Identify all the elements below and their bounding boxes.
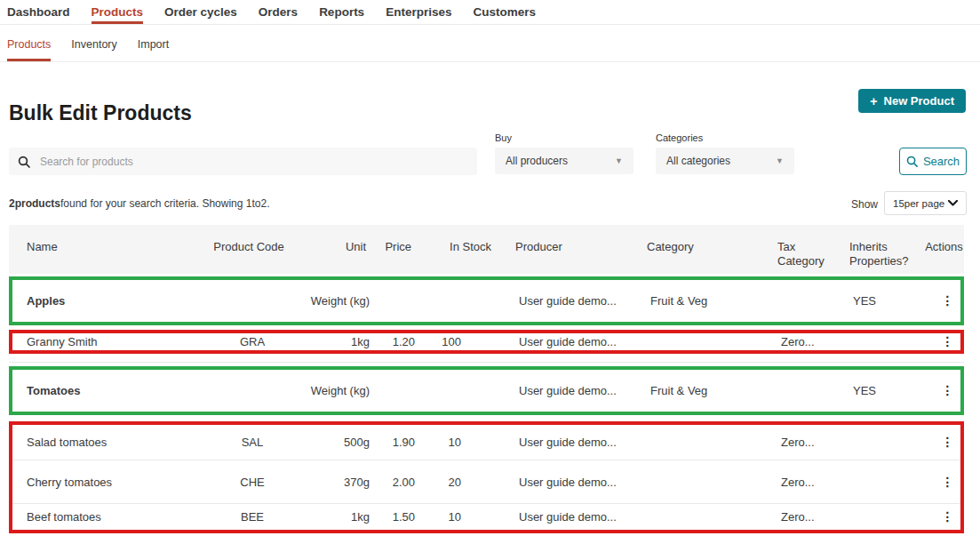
cell-name: Apples [12, 294, 217, 308]
nav-item-dashboard[interactable]: Dashboard [7, 0, 70, 24]
header-category: Category [640, 225, 769, 274]
search-input[interactable] [38, 155, 468, 169]
cell-producer: User guide demo... [501, 335, 643, 348]
cell-name: Beef tomatoes [12, 510, 217, 524]
cell-product-code: GRA [217, 335, 288, 348]
table-header-row: Name Product Code Unit Price In Stock Pr… [9, 225, 964, 274]
cell-price: 1.90 [377, 436, 439, 449]
header-price: Price [373, 225, 435, 274]
results-text: found for your search criteria. Showing … [60, 197, 269, 210]
kebab-menu-icon[interactable]: ⋮ [942, 293, 954, 308]
cell-producer: User guide demo... [501, 476, 643, 489]
cell-in-stock: 10 [439, 510, 501, 524]
producer-filter-value: All producers [506, 155, 568, 167]
cell-category: Fruit & Veg [643, 384, 772, 397]
highlight-box-red-granny-smith: Granny Smith GRA 1kg 1.20 100 User guide… [9, 330, 964, 354]
search-button[interactable]: Search [899, 148, 967, 175]
buy-filter-label: Buy [495, 132, 633, 143]
header-actions: Actions [924, 225, 964, 274]
subnav-item-inventory[interactable]: Inventory [71, 25, 116, 61]
cell-tax-category: Zero... [772, 476, 848, 489]
cell-inherits: YES [848, 294, 928, 308]
highlight-box-green-tomatoes: Tomatoes Weight (kg) User guide demo... … [9, 366, 964, 415]
cell-unit: 370g [288, 476, 377, 489]
cell-price: 2.00 [377, 476, 439, 489]
caret-down-icon: ▼ [776, 156, 784, 165]
cell-name: Cherry tomatoes [12, 476, 217, 489]
products-subnav: Products Inventory Import [0, 25, 980, 62]
producer-filter-select[interactable]: All producers ▼ [495, 148, 633, 174]
search-icon [906, 156, 918, 167]
category-filter-value: All categories [666, 155, 730, 167]
cell-tax-category: Zero... [772, 436, 848, 449]
cell-name: Tomatoes [12, 384, 217, 397]
category-filter-select[interactable]: All categories ▼ [656, 148, 794, 174]
header-inherits-properties: Inherits Properties? [844, 225, 924, 274]
cell-inherits: YES [848, 384, 928, 397]
cell-producer: User guide demo... [501, 384, 643, 397]
plus-icon: + [870, 94, 877, 108]
search-icon [18, 156, 30, 168]
table-row-variant-cherry-tomatoes[interactable]: Cherry tomatoes CHE 370g 2.00 20 User gu… [12, 460, 960, 503]
highlight-box-red-tomato-variants: Salad tomatoes SAL 500g 1.90 10 User gui… [9, 421, 964, 533]
categories-filter-label: Categories [656, 132, 794, 143]
main-nav: Dashboard Products Order cycles Orders R… [0, 0, 980, 25]
table-row-variant-salad-tomatoes[interactable]: Salad tomatoes SAL 500g 1.90 10 User gui… [12, 425, 960, 460]
cell-price: 1.50 [377, 510, 439, 524]
per-page-value: 15per page [893, 198, 944, 209]
products-table: Name Product Code Unit Price In Stock Pr… [9, 225, 964, 533]
highlight-box-green-apples: Apples Weight (kg) User guide demo... Fr… [9, 276, 964, 325]
cell-product-code: BEE [217, 510, 288, 524]
cell-tax-category: Zero... [772, 510, 848, 524]
subnav-item-products[interactable]: Products [7, 25, 51, 61]
results-count: 2products [9, 197, 60, 210]
new-product-label: New Product [884, 94, 954, 108]
search-button-label: Search [923, 155, 960, 168]
cell-in-stock: 10 [439, 436, 501, 449]
cell-unit: Weight (kg) [288, 294, 377, 308]
nav-item-reports[interactable]: Reports [319, 0, 364, 24]
row-divider [9, 362, 964, 363]
nav-item-orders[interactable]: Orders [259, 0, 298, 24]
cell-price: 1.20 [377, 335, 439, 348]
kebab-menu-icon[interactable]: ⋮ [942, 383, 954, 397]
table-row-variant-granny-smith[interactable]: Granny Smith GRA 1kg 1.20 100 User guide… [12, 333, 960, 350]
product-search-box[interactable] [9, 148, 477, 175]
cell-producer: User guide demo... [501, 294, 643, 308]
chevron-down-icon [948, 200, 958, 206]
cell-product-code: CHE [217, 476, 288, 489]
cell-unit: 1kg [288, 510, 377, 524]
cell-in-stock: 100 [439, 335, 501, 348]
cell-producer: User guide demo... [501, 436, 643, 449]
cell-producer: User guide demo... [501, 510, 643, 524]
header-tax-category: Tax Category [769, 225, 844, 274]
table-row-product-tomatoes[interactable]: Tomatoes Weight (kg) User guide demo... … [12, 370, 960, 412]
nav-item-enterprises[interactable]: Enterprises [386, 0, 451, 24]
nav-item-order-cycles[interactable]: Order cycles [164, 0, 237, 24]
table-row-product-apples[interactable]: Apples Weight (kg) User guide demo... Fr… [12, 280, 960, 322]
kebab-menu-icon[interactable]: ⋮ [942, 334, 954, 348]
nav-item-products[interactable]: Products [92, 0, 144, 24]
kebab-menu-icon[interactable]: ⋮ [942, 509, 954, 524]
cell-category: Fruit & Veg [643, 294, 772, 308]
results-summary: 2productsfound for your search criteria.… [9, 197, 269, 210]
kebab-menu-icon[interactable]: ⋮ [942, 435, 954, 449]
cell-in-stock: 20 [439, 476, 501, 489]
header-name: Name [9, 225, 213, 274]
nav-item-customers[interactable]: Customers [473, 0, 536, 24]
cell-unit: 500g [288, 436, 377, 449]
header-unit: Unit [284, 225, 373, 274]
subnav-item-import[interactable]: Import [138, 25, 169, 61]
new-product-button[interactable]: + New Product [858, 89, 966, 113]
kebab-menu-icon[interactable]: ⋮ [942, 475, 954, 489]
cell-unit: 1kg [288, 335, 377, 348]
cell-name: Salad tomatoes [12, 436, 217, 449]
cell-name: Granny Smith [12, 335, 217, 348]
per-page-select[interactable]: 15per page [884, 191, 967, 215]
table-row-variant-beef-tomatoes[interactable]: Beef tomatoes BEE 1kg 1.50 10 User guide… [12, 504, 960, 530]
header-product-code: Product Code [213, 225, 284, 274]
header-producer: Producer [498, 225, 640, 274]
cell-unit: Weight (kg) [288, 384, 377, 397]
page-title: Bulk Edit Products [9, 101, 192, 125]
caret-down-icon: ▼ [615, 156, 623, 165]
